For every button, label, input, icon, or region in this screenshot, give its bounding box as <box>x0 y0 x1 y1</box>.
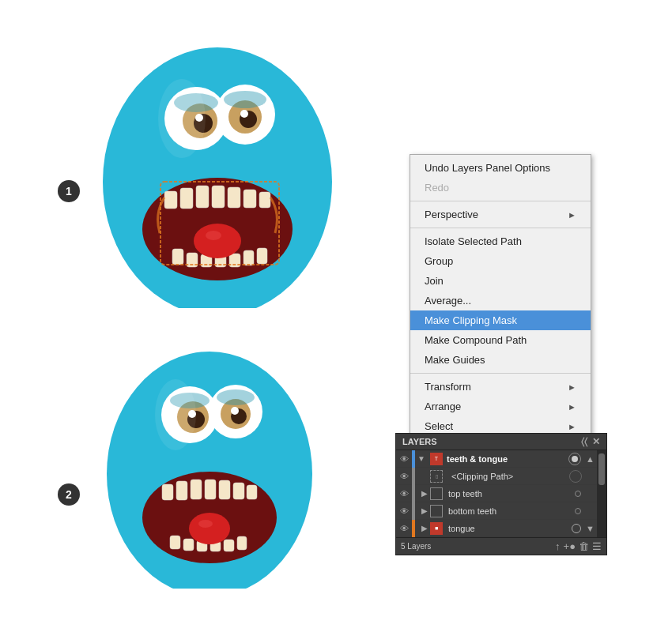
menu-item-join[interactable]: Join <box>410 271 591 291</box>
svg-point-54 <box>231 407 239 415</box>
layers-title: LAYERS <box>402 437 437 446</box>
menu-item-arrange[interactable]: Arrange ► <box>410 397 591 416</box>
menu-item-clipping-mask[interactable]: Make Clipping Mask <box>410 310 591 330</box>
layers-header-icons: 〈〈 ✕ <box>581 436 600 447</box>
layer-name-clipping: <Clipping Path> <box>445 472 567 481</box>
chevron-right-icon-select: ► <box>568 422 576 431</box>
menu-item-perspective[interactable]: Perspective ► <box>410 205 591 224</box>
visibility-dot-1 <box>575 491 581 497</box>
svg-rect-43 <box>224 540 234 551</box>
new-layer-icon[interactable]: ↑ <box>555 540 561 552</box>
svg-point-46 <box>198 520 213 528</box>
eye-icon-4[interactable]: 👁 <box>396 502 412 520</box>
svg-point-27 <box>224 91 266 108</box>
chevron-right-icon-transform: ► <box>568 382 576 392</box>
menu-item-isolate[interactable]: Isolate Selected Path <box>410 231 591 251</box>
menu-item-transform[interactable]: Transform ► <box>410 377 591 397</box>
scroll-down-icon[interactable]: ▼ <box>583 524 597 533</box>
svg-rect-14 <box>244 250 254 265</box>
layers-count: 5 Layers <box>401 542 431 551</box>
layers-footer-icons: ↑ +● 🗑 ☰ <box>555 540 602 552</box>
expand-icon-2[interactable]: ▶ <box>415 485 428 502</box>
context-menu: Undo Layers Panel Options Redo Perspecti… <box>410 154 591 440</box>
svg-rect-8 <box>259 192 270 208</box>
svg-point-16 <box>194 224 241 258</box>
layer-name-tongue: tongue <box>445 524 569 533</box>
menu-divider-1 <box>410 201 591 201</box>
chevron-right-icon: ► <box>568 210 576 220</box>
svg-rect-34 <box>191 480 202 499</box>
target-circle-tongue[interactable] <box>572 524 581 533</box>
layers-header: LAYERS 〈〈 ✕ <box>396 434 606 450</box>
svg-point-45 <box>189 513 230 544</box>
svg-rect-35 <box>205 480 216 499</box>
layers-body: 👁 ▼ T teeth & tongue ▲ 👁 ▯ <box>396 450 606 537</box>
monster-2 <box>79 328 340 589</box>
eye-icon-2[interactable]: 👁 <box>396 468 412 485</box>
svg-rect-39 <box>170 536 180 549</box>
layer-row-teeth-tongue[interactable]: 👁 ▼ T teeth & tongue ▲ <box>396 450 597 468</box>
svg-rect-5 <box>212 186 225 208</box>
delete-layer-icon[interactable]: 🗑 <box>579 540 589 552</box>
menu-item-group[interactable]: Group <box>410 251 591 271</box>
expand-icon-3[interactable]: ▶ <box>415 502 428 520</box>
eye-icon-3[interactable]: 👁 <box>396 485 412 502</box>
menu-item-redo[interactable]: Redo <box>410 178 591 198</box>
layer-row-clipping-path[interactable]: 👁 ▯ <Clipping Path> <box>396 468 597 485</box>
menu-item-average[interactable]: Average... <box>410 291 591 310</box>
menu-item-undo[interactable]: Undo Layers Panel Options <box>410 158 591 178</box>
eye-icon-5[interactable]: 👁 <box>396 520 412 537</box>
svg-rect-7 <box>244 190 256 208</box>
target-circle-2[interactable] <box>569 470 582 483</box>
layer-name-teeth-tongue: teeth & tongue <box>445 454 566 464</box>
svg-rect-3 <box>180 188 193 209</box>
svg-point-28 <box>158 79 206 158</box>
add-layer-icon[interactable]: +● <box>564 540 576 552</box>
layers-scrollbar[interactable] <box>597 450 606 537</box>
svg-rect-36 <box>219 480 230 499</box>
svg-rect-15 <box>257 248 267 264</box>
layer-row-top-teeth[interactable]: 👁 ▶ top teeth <box>396 485 597 502</box>
menu-divider-2 <box>410 228 591 228</box>
menu-divider-3 <box>410 373 591 374</box>
eye-icon-1[interactable]: 👁 <box>396 450 412 468</box>
svg-point-57 <box>155 379 196 450</box>
target-circle-1[interactable] <box>568 453 581 465</box>
layers-footer: 5 Layers ↑ +● 🗑 ☰ <box>396 537 606 555</box>
svg-rect-37 <box>233 483 244 499</box>
options-icon[interactable]: ☰ <box>592 540 602 552</box>
svg-rect-6 <box>228 187 240 208</box>
scroll-thumb[interactable] <box>598 453 605 485</box>
layers-panel: LAYERS 〈〈 ✕ 👁 ▼ T teeth & tongue ▲ <box>395 433 607 555</box>
visibility-dot-2 <box>575 508 581 514</box>
expand-icon-1[interactable]: ▼ <box>415 450 428 468</box>
svg-rect-44 <box>237 536 247 550</box>
svg-rect-33 <box>176 481 187 500</box>
svg-rect-4 <box>196 186 209 208</box>
menu-item-make-guides[interactable]: Make Guides <box>410 350 591 370</box>
layers-panel-icon-1: 〈〈 <box>581 436 587 447</box>
svg-point-56 <box>217 389 255 405</box>
expand-icon-4[interactable]: ▶ <box>415 520 428 537</box>
svg-point-25 <box>240 110 248 118</box>
scroll-up-icon[interactable]: ▲ <box>583 454 597 464</box>
monster-1 <box>71 16 364 308</box>
layers-panel-close-icon[interactable]: ✕ <box>592 436 600 447</box>
svg-point-17 <box>206 231 221 240</box>
menu-item-compound-path[interactable]: Make Compound Path <box>410 330 591 350</box>
svg-rect-2 <box>164 191 177 209</box>
svg-rect-38 <box>247 485 257 499</box>
layer-row-bottom-teeth[interactable]: 👁 ▶ bottom teeth <box>396 502 597 520</box>
chevron-right-icon-arrange: ► <box>568 402 576 412</box>
layer-name-top-teeth: top teeth <box>445 489 572 498</box>
step2-label: 2 <box>58 483 80 506</box>
svg-rect-32 <box>162 484 173 500</box>
svg-rect-9 <box>172 249 183 265</box>
svg-rect-40 <box>183 539 194 551</box>
layer-row-tongue[interactable]: 👁 ▶ ■ tongue ▼ <box>396 520 597 537</box>
layer-name-bottom-teeth: bottom teeth <box>445 506 572 516</box>
